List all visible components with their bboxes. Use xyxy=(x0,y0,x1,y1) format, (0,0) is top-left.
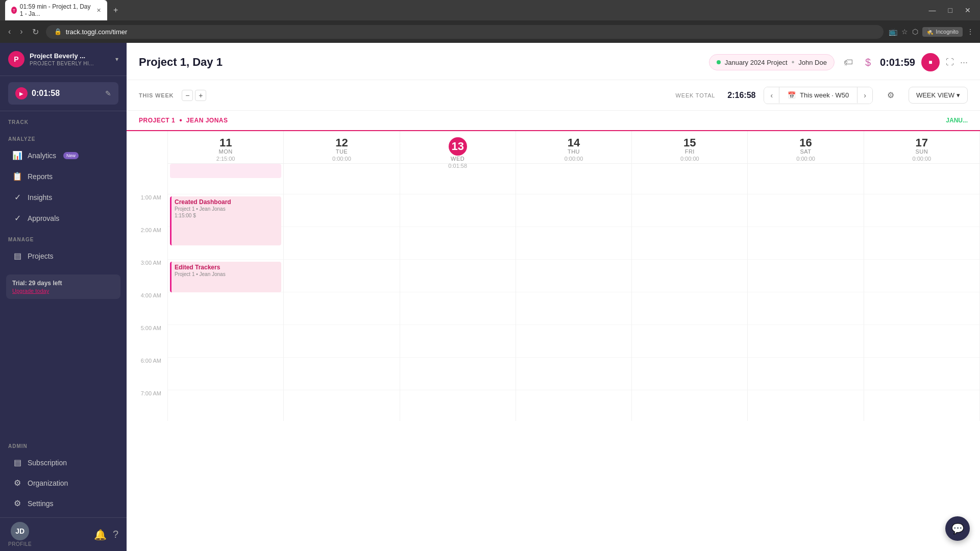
maximize-btn[interactable]: □ xyxy=(944,4,957,16)
minimize-btn[interactable]: — xyxy=(925,4,940,16)
project-badge-user: John Doe xyxy=(798,59,827,66)
incognito-badge: 🕵 Incognito xyxy=(922,27,963,37)
day-col-sun: 17 SUN 0:00:00 xyxy=(864,131,980,421)
hour-row xyxy=(516,260,631,292)
menu-icon[interactable]: ⋮ xyxy=(967,28,974,36)
day-body-tue xyxy=(284,162,399,390)
hour-row xyxy=(632,325,747,358)
organization-label: Organization xyxy=(28,479,68,487)
event-created-dashboard[interactable]: Created Dashboard Project 1 • Jean Jonas… xyxy=(170,196,281,245)
hour-row xyxy=(864,162,979,194)
chat-widget[interactable]: 💬 xyxy=(945,516,970,541)
bookmark-icon[interactable]: ☆ xyxy=(901,28,908,36)
hour-row xyxy=(748,358,863,390)
time-6am: 6:00 AM xyxy=(127,356,167,388)
workspace-info: Project Beverly ... PROJECT BEVERLY HI..… xyxy=(30,52,110,66)
admin-label: ADMIN xyxy=(0,435,127,452)
week-next-btn[interactable]: › xyxy=(857,87,872,104)
hour-row xyxy=(516,292,631,325)
hour-row xyxy=(864,358,979,390)
help-icon[interactable]: ? xyxy=(113,529,118,540)
day-body-mon: Created Dashboard Project 1 • Jean Jonas… xyxy=(168,162,283,390)
hour-row xyxy=(632,227,747,260)
profile-area[interactable]: JD PROFILE xyxy=(8,522,32,547)
browser-tab[interactable]: T 01:59 min - Project 1, Day 1 - Ja... ✕ xyxy=(5,0,107,20)
settings-icon: ⚙ xyxy=(12,498,22,508)
day-name-thu: THU xyxy=(520,148,627,155)
new-tab-btn[interactable]: + xyxy=(111,4,120,17)
notification-icon[interactable]: 🔔 xyxy=(94,529,107,541)
event-project-2: Project 1 • Jean Jonas xyxy=(175,271,278,277)
tab-favicon: T xyxy=(11,7,17,14)
hour-row xyxy=(748,162,863,194)
incognito-icon: 🕵 xyxy=(926,29,934,35)
project-badge-separator: • xyxy=(792,58,795,67)
calendar-icon: 📅 xyxy=(788,91,796,99)
day-col-mon: 11 MON 2:15:00 Created Dashboard Project… xyxy=(168,131,284,421)
workspace-header[interactable]: P Project Beverly ... PROJECT BEVERLY HI… xyxy=(0,43,127,76)
week-view-chevron: ▾ xyxy=(957,91,960,99)
sidebar-item-organization[interactable]: ⚙ Organization xyxy=(4,473,122,493)
zoom-out-btn[interactable]: − xyxy=(182,90,193,101)
timer-edit-icon[interactable]: ✎ xyxy=(105,89,111,97)
zoom-in-btn[interactable]: + xyxy=(195,90,206,101)
hour-row xyxy=(748,325,863,358)
tab-title: 01:59 min - Project 1, Day 1 - Ja... xyxy=(20,3,91,17)
week-nav-center[interactable]: 📅 This week · W50 xyxy=(779,87,857,103)
header-timer-display: 0:01:59 xyxy=(880,57,915,68)
hour-row xyxy=(516,227,631,260)
close-btn[interactable]: ✕ xyxy=(961,4,975,16)
hour-row xyxy=(284,358,399,390)
stop-timer-btn[interactable]: ■ xyxy=(921,53,940,71)
hour-row xyxy=(284,162,399,194)
extensions-icon[interactable]: ⬡ xyxy=(912,28,918,36)
header-right: January 2024 Project • John Doe 🏷 $ 0:01… xyxy=(709,53,968,71)
hour-row xyxy=(400,227,516,260)
address-bar: ‹ › ↻ 🔒 track.toggl.com/timer 📺 ☆ ⬡ 🕵 In… xyxy=(0,20,980,43)
reload-btn[interactable]: ↻ xyxy=(30,25,41,39)
hour-row xyxy=(632,260,747,292)
sidebar-item-insights[interactable]: ✓ Insights xyxy=(4,187,122,207)
organization-icon: ⚙ xyxy=(12,478,22,488)
url-bar[interactable]: 🔒 track.toggl.com/timer xyxy=(46,25,884,39)
hour-row xyxy=(168,325,283,358)
sidebar-item-approvals[interactable]: ✓ Approvals xyxy=(4,208,122,228)
subscription-label: Subscription xyxy=(28,459,67,467)
tab-close-btn[interactable]: ✕ xyxy=(96,7,101,14)
tag-icon[interactable]: 🏷 xyxy=(841,54,856,71)
week-total-label: WEEK TOTAL xyxy=(676,92,716,98)
forward-btn[interactable]: › xyxy=(18,25,24,38)
week-settings-btn[interactable]: ⚙ xyxy=(881,86,900,104)
week-view-label: WEEK VIEW xyxy=(916,91,954,99)
days-grid: 11 MON 2:15:00 Created Dashboard Project… xyxy=(167,131,980,421)
sidebar-item-subscription[interactable]: ▤ Subscription xyxy=(4,453,122,472)
day-num-mon: 11 xyxy=(172,137,279,148)
back-btn[interactable]: ‹ xyxy=(6,25,13,38)
sidebar-item-analytics[interactable]: 📊 Analytics New xyxy=(4,145,122,165)
browser-chrome: T 01:59 min - Project 1, Day 1 - Ja... ✕… xyxy=(0,0,980,20)
week-view-btn[interactable]: WEEK VIEW ▾ xyxy=(909,87,968,104)
fullscreen-icon[interactable]: ⛶ xyxy=(946,58,954,67)
event-ghost-mon xyxy=(170,164,281,178)
day-num-fri: 15 xyxy=(636,137,743,148)
sidebar-item-reports[interactable]: 📋 Reports xyxy=(4,166,122,186)
day-name-fri: FRI xyxy=(636,148,743,155)
week-prev-btn[interactable]: ‹ xyxy=(764,87,779,104)
analytics-badge: New xyxy=(63,152,79,159)
sidebar-item-settings[interactable]: ⚙ Settings xyxy=(4,493,122,513)
billing-icon[interactable]: $ xyxy=(862,54,874,71)
address-actions: 📺 ☆ ⬡ 🕵 Incognito ⋮ xyxy=(889,27,974,37)
event-edited-trackers[interactable]: Edited Trackers Project 1 • Jean Jonas xyxy=(170,262,281,292)
calendar-grid: 1:00 AM 2:00 AM 3:00 AM 4:00 AM 5:00 AM … xyxy=(127,131,980,421)
workspace-chevron-icon: ▾ xyxy=(115,56,118,63)
project-badge[interactable]: January 2024 Project • John Doe xyxy=(709,54,835,70)
calendar-wrapper: PROJECT 1 • JEAN JONAS JANU... 1:00 AM 2… xyxy=(127,111,980,551)
insights-icon: ✓ xyxy=(12,192,22,202)
day-body-thu xyxy=(516,162,631,390)
upgrade-link[interactable]: Upgrade today xyxy=(12,288,114,294)
day-name-sat: SAT xyxy=(752,148,859,155)
banner-project-name: PROJECT 1 xyxy=(139,117,175,124)
more-options-icon[interactable]: ··· xyxy=(960,57,968,68)
profile-label: PROFILE xyxy=(8,541,32,547)
sidebar-item-projects[interactable]: ▤ Projects xyxy=(4,246,122,266)
